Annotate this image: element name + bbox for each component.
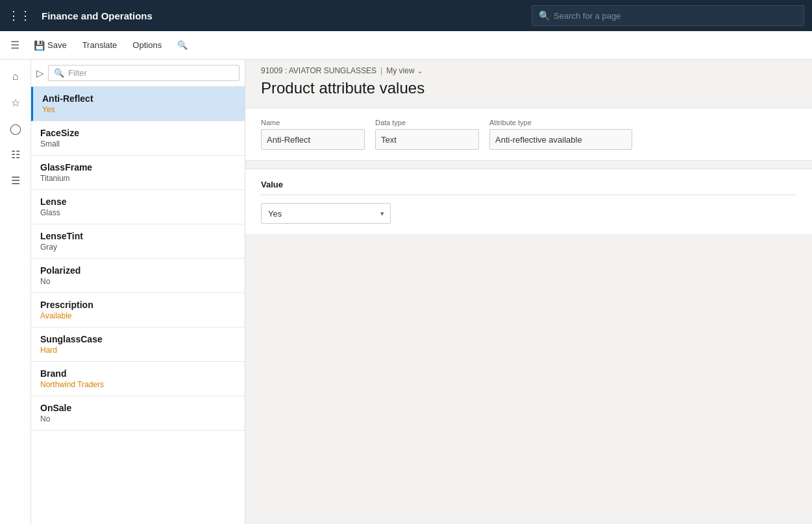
detail-panel: 91009 : AVIATOR SUNGLASSES | My view ⌄ P… (245, 60, 812, 524)
attribute-type-label: Attribute type (489, 119, 632, 126)
filter-icon[interactable]: ▷ (36, 67, 44, 79)
name-input[interactable] (261, 129, 365, 150)
search-toolbar-button[interactable]: 🔍 (171, 36, 194, 54)
options-button[interactable]: Options (126, 36, 168, 54)
value-select[interactable]: YesNo (261, 203, 391, 224)
main-layout: ⌂ ☆ ◯ ☷ ☰ ▷ 🔍 Anti-Reflect Yes FaceSize … (0, 60, 812, 524)
data-type-input[interactable] (375, 129, 479, 150)
list-item-value: Titanium (40, 174, 236, 183)
sidebar-icon-home[interactable]: ⌂ (4, 65, 27, 88)
breadcrumb-view-selector[interactable]: My view ⌄ (386, 66, 422, 75)
list-item-value: No (40, 277, 236, 286)
list-item-name: Prescription (40, 300, 236, 310)
attribute-list-panel: ▷ 🔍 Anti-Reflect Yes FaceSize Small Glas… (31, 60, 245, 524)
attribute-type-input[interactable] (489, 129, 632, 150)
name-label: Name (261, 119, 365, 126)
data-type-field: Data type (375, 119, 479, 150)
list-item-name: GlassFrame (40, 162, 236, 173)
attribute-type-field: Attribute type (489, 119, 632, 150)
attribute-form: Name Data type Attribute type (245, 108, 812, 161)
list-item[interactable]: Lense Glass (31, 190, 245, 224)
value-dropdown-wrapper: YesNo ▾ (261, 203, 391, 224)
list-item-value: Hard (40, 346, 236, 355)
sidebar-icon-favorites[interactable]: ☆ (4, 91, 27, 114)
filter-search-icon: 🔍 (54, 68, 64, 78)
list-item[interactable]: Anti-Reflect Yes (31, 87, 245, 121)
breadcrumb: 91009 : AVIATOR SUNGLASSES | My view ⌄ (245, 60, 812, 79)
list-item-name: FaceSize (40, 128, 236, 138)
list-item-value: Glass (40, 208, 236, 217)
list-filter-bar: ▷ 🔍 (31, 60, 245, 87)
form-fields-row: Name Data type Attribute type (261, 119, 796, 150)
global-search-icon: 🔍 (539, 10, 550, 21)
value-section: Value YesNo ▾ (245, 169, 812, 234)
list-item-value: Small (40, 139, 236, 149)
translate-button[interactable]: Translate (76, 36, 124, 54)
list-item-name: Lense (40, 196, 236, 207)
list-item[interactable]: GlassFrame Titanium (31, 156, 245, 190)
main-toolbar: ☰ 💾 Save Translate Options 🔍 (0, 31, 812, 60)
hamburger-menu-icon[interactable]: ☰ (5, 34, 25, 56)
list-item-value: Northwind Traders (40, 380, 236, 389)
filter-input[interactable] (68, 68, 234, 78)
app-title: Finance and Operations (42, 10, 153, 21)
search-toolbar-icon: 🔍 (177, 40, 188, 50)
page-title: Product attribute values (245, 79, 812, 108)
data-type-label: Data type (375, 119, 479, 126)
list-item-name: Anti-Reflect (42, 93, 236, 104)
breadcrumb-item-code: 91009 : AVIATOR SUNGLASSES (261, 66, 376, 75)
sidebar-icon-modules[interactable]: ☰ (4, 169, 27, 192)
name-field: Name (261, 119, 365, 150)
attribute-list: Anti-Reflect Yes FaceSize Small GlassFra… (31, 87, 245, 524)
breadcrumb-chevron-icon: ⌄ (417, 67, 423, 75)
app-grid-icon[interactable]: ⋮⋮ (8, 8, 31, 23)
value-section-title: Value (261, 180, 796, 195)
list-item[interactable]: Polarized No (31, 259, 245, 293)
list-item-value: Yes (42, 105, 236, 114)
list-item[interactable]: FaceSize Small (31, 121, 245, 156)
top-navigation-bar: ⋮⋮ Finance and Operations 🔍 (0, 0, 812, 31)
list-item-value: Available (40, 311, 236, 320)
sidebar-icon-recent[interactable]: ◯ (4, 117, 27, 140)
filter-input-wrapper[interactable]: 🔍 (48, 65, 240, 81)
sidebar-icon-panel: ⌂ ☆ ◯ ☷ ☰ (0, 60, 31, 524)
list-item[interactable]: Prescription Available (31, 293, 245, 328)
list-item-name: OnSale (40, 403, 236, 413)
save-icon: 💾 (34, 40, 45, 51)
global-search-box[interactable]: 🔍 (532, 5, 804, 26)
list-item[interactable]: OnSale No (31, 396, 245, 431)
list-item-name: SunglassCase (40, 334, 236, 344)
list-item-value: No (40, 414, 236, 423)
breadcrumb-separator: | (380, 66, 382, 75)
list-item[interactable]: Brand Northwind Traders (31, 362, 245, 396)
list-item[interactable]: SunglassCase Hard (31, 328, 245, 362)
save-button[interactable]: 💾 Save (27, 36, 73, 54)
list-item[interactable]: LenseTint Gray (31, 224, 245, 259)
sidebar-icon-workspaces[interactable]: ☷ (4, 143, 27, 166)
list-item-name: LenseTint (40, 231, 236, 241)
list-item-value: Gray (40, 243, 236, 252)
global-search-input[interactable] (554, 11, 797, 21)
list-item-name: Brand (40, 368, 236, 379)
list-item-name: Polarized (40, 265, 236, 276)
